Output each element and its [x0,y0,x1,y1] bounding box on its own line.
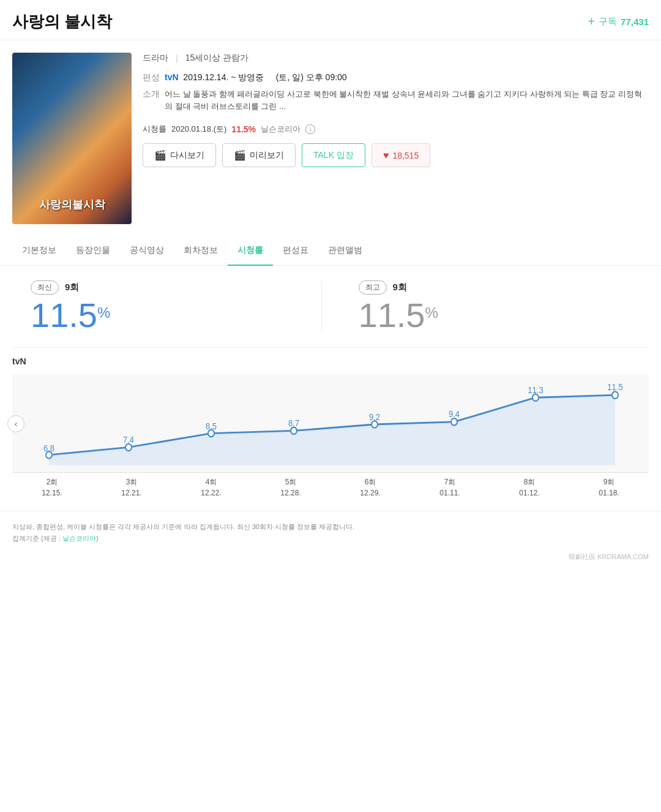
chart-label-6: 8회 01.12. [490,476,569,498]
chart-label-0: 2회 12.15. [12,476,92,498]
chart-date-1: 12.21. [92,487,171,498]
tab-basic[interactable]: 기본정보 [12,236,66,266]
svg-text:9.2: 9.2 [369,412,380,422]
age-rating: 15세이상 관람가 [185,53,248,64]
rewatch-icon: 🎬 [154,149,166,161]
tab-video[interactable]: 공식영상 [120,236,174,266]
chart-episode-5: 7회 [410,476,490,487]
chart-episode-2: 4회 [171,476,251,487]
chart-episode-1: 3회 [92,476,171,487]
tab-episode[interactable]: 회차정보 [174,236,228,266]
rating-date: 2020.01.18.(토) [171,124,226,135]
network-label: tvN [0,348,661,369]
chart-label-7: 9회 01.18. [569,476,649,498]
chart-episode-0: 2회 [12,476,92,487]
tab-schedule[interactable]: 편성표 [273,236,318,266]
subscribe-label: 구독 [599,16,617,28]
highest-badge-row: 최고 9회 [359,280,407,295]
svg-text:8.5: 8.5 [206,421,217,431]
svg-text:11.5: 11.5 [607,382,623,392]
rewatch-label: 다시보기 [170,150,204,161]
tab-album[interactable]: 관련앨범 [318,236,372,266]
chart-svg: 6.8 7.4 8.5 8.7 9.2 9.4 11.3 11.5 [12,375,649,472]
genre-row: 드라마 | 15세이상 관람가 [143,53,649,64]
chart-date-7: 01.18. [569,487,649,498]
genre-label: 드라마 [143,53,168,64]
talk-button[interactable]: TALK 입장 [302,143,365,167]
drama-title: 사랑의 불시착 [12,11,112,32]
ratings-top: 최신 9회 11.5% 최고 9회 11.5% [12,280,649,348]
subscribe-count: 77,431 [621,17,649,27]
site-footer: 韓劇社區 KRDRAMA.COM [0,549,661,568]
svg-point-5 [291,427,297,434]
ratings-section: 최신 9회 11.5% 최고 9회 11.5% [0,266,661,348]
footer-note: 지상파, 종합편성, 케이블 시청률은 각각 제공사의 기준에 따라 집계됩니다… [0,511,661,549]
chart-container: ‹ [12,375,649,473]
preview-button[interactable]: 🎬 미리보기 [222,143,296,167]
latest-episode: 9회 [65,282,79,293]
highest-episode: 9회 [393,282,407,293]
chart-labels: 2회 12.15. 3회 12.21. 4회 12.22. 5회 12.28. … [12,473,649,498]
latest-rating-block: 최신 9회 11.5% [12,280,322,333]
svg-text:7.4: 7.4 [123,435,134,445]
network-name: tvN [165,72,179,82]
chart-section: ‹ [0,369,661,511]
schedule-value: tvN tvN 2019.12.14. ~ 방영중 2019.12.14. ~ … [165,72,347,83]
drama-details: 드라마 | 15세이상 관람가 편성 tvN tvN 2019.12.14. ~… [143,53,649,224]
latest-number: 11.5 [31,296,97,334]
page-header: 사랑의 불시착 + 구독 77,431 [0,0,661,40]
rating-label: 시청률 [143,124,166,135]
chart-nav-left[interactable]: ‹ [7,415,24,432]
poster-text: 사랑의불시착 [39,197,105,224]
rating-percent: 11.5% [231,124,256,134]
highest-number: 11.5 [359,296,425,334]
preview-icon: 🎬 [234,149,246,161]
tab-bar: 기본정보 등장인물 공식영상 회차정보 시청률 편성표 관련앨범 [0,236,661,266]
info-icon[interactable]: i [305,124,315,134]
chart-date-6: 01.12. [490,487,569,498]
footer-note1: 지상파, 종합편성, 케이블 시청률은 각각 제공사의 기준에 따라 집계됩니다… [12,521,649,533]
svg-point-9 [612,391,618,398]
chart-date-4: 12.29. [330,487,410,498]
heart-icon: ♥ [383,150,389,161]
svg-point-8 [532,394,539,401]
highest-value: 11.5% [359,298,438,333]
subscribe-button[interactable]: + 구독 77,431 [588,15,649,29]
tab-cast[interactable]: 등장인물 [66,236,120,266]
highest-badge: 최고 [359,280,387,295]
preview-label: 미리보기 [250,150,284,161]
schedule-row: 편성 tvN tvN 2019.12.14. ~ 방영중 2019.12.14.… [143,72,649,83]
plus-icon: + [588,15,595,29]
chart-date-0: 12.15. [12,487,92,498]
like-button[interactable]: ♥ 18,515 [372,143,430,167]
latest-badge-row: 최신 9회 [31,280,79,295]
genre-divider: | [176,53,178,63]
highest-percent: % [425,298,438,320]
chart-date-2: 12.22. [171,487,251,498]
like-count: 18,515 [392,151,419,160]
rewatch-button[interactable]: 🎬 다시보기 [143,143,216,167]
latest-percent: % [97,298,110,320]
chart-episode-4: 6회 [330,476,410,487]
latest-badge: 최신 [31,280,59,295]
svg-text:6.8: 6.8 [43,443,54,453]
talk-label: TALK 입장 [313,150,354,161]
rating-source: 닐슨코리아 [261,124,301,135]
tab-rating[interactable]: 시청률 [228,236,273,266]
schedule-day: (토, 일) 오후 09:00 [276,72,347,82]
synopsis-text: 어느 날 돌풍과 함께 패러글라이딩 사고로 북한에 불시착한 재벌 상속녀 윤… [165,88,649,113]
chart-episode-3: 5회 [251,476,330,487]
highest-rating-block: 최고 9회 11.5% [322,280,649,333]
footer-note2: 집계기준 (제공 : 닐슨코리아) [12,533,649,544]
svg-text:9.4: 9.4 [449,408,460,419]
svg-text:8.7: 8.7 [288,418,299,428]
chart-label-2: 4회 12.22. [171,476,251,498]
chart-label-5: 7회 01.11. [410,476,490,498]
action-buttons: 🎬 다시보기 🎬 미리보기 TALK 입장 ♥ 18,515 [143,143,649,167]
chart-label-3: 5회 12.28. [251,476,330,498]
chart-date-5: 01.11. [410,487,490,498]
nielsen-link[interactable]: 닐슨코리아 [62,535,96,542]
rating-row: 시청률 2020.01.18.(토) 11.5% 닐슨코리아 i [143,124,649,135]
site-name: 韓劇社區 KRDRAMA.COM [569,553,649,560]
svg-text:11.3: 11.3 [528,385,543,395]
